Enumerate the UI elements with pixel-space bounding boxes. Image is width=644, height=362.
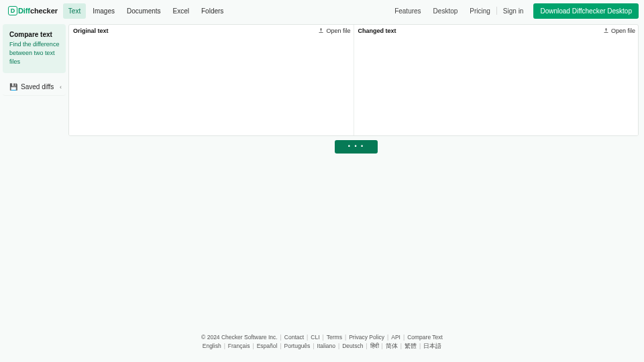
changed-open-file-button[interactable]: Open file [603, 27, 635, 34]
logo-text: Diffchecker [18, 7, 58, 15]
nav-tabs: Text Images Documents Excel Folders [63, 3, 229, 19]
logo-badge-icon: D [8, 6, 17, 15]
top-nav-right: Features Desktop Pricing Sign in Downloa… [388, 3, 639, 19]
changed-pane-title: Changed text [357, 27, 396, 34]
original-pane-title: Original text [72, 27, 109, 34]
footer-lang-zh-simplified[interactable]: 简体 [386, 342, 398, 351]
footer-link-cli[interactable]: CLI [311, 333, 319, 343]
download-desktop-button[interactable]: Download Diffchecker Desktop [533, 3, 639, 19]
original-pane [69, 36, 354, 135]
upload-icon [318, 27, 324, 34]
sidebar-compare-card[interactable]: Compare text Find the difference between… [3, 24, 66, 73]
chevron-left-icon: ‹ [60, 84, 62, 90]
link-pricing[interactable]: Pricing [464, 5, 496, 17]
footer-copyright: © 2024 Checker Software Inc. [201, 333, 278, 343]
footer-lang-hi[interactable]: हिंदी [370, 342, 379, 351]
tab-documents[interactable]: Documents [121, 3, 166, 19]
footer-link-compare-text[interactable]: Compare Text [407, 333, 443, 343]
footer: © 2024 Checker Software Inc. |Contact |C… [0, 333, 644, 351]
footer-lang-es[interactable]: Español [257, 342, 278, 351]
changed-text-input[interactable] [354, 36, 639, 135]
footer-lang-zh-traditional[interactable]: 繁體 [405, 342, 417, 351]
workspace: Original text Open file Changed text Ope… [68, 21, 644, 154]
loading-dots-icon: • • • [348, 143, 364, 149]
tab-excel[interactable]: Excel [168, 3, 195, 19]
footer-lang-en[interactable]: English [203, 342, 221, 351]
footer-lang-pt[interactable]: Português [284, 342, 311, 351]
sidebar: Compare text Find the difference between… [0, 21, 68, 154]
link-signin[interactable]: Sign in [497, 5, 530, 17]
footer-lang-fr[interactable]: Français [228, 342, 250, 351]
original-pane-header: Original text Open file [69, 25, 354, 36]
footer-lang-it[interactable]: Italiano [317, 342, 335, 351]
upload-icon [603, 27, 609, 34]
original-open-file-label: Open file [326, 27, 350, 34]
sidebar-saved-label: Saved diffs [21, 83, 54, 90]
tab-text[interactable]: Text [63, 3, 86, 19]
footer-lang-ja[interactable]: 日本語 [423, 342, 441, 351]
footer-link-api[interactable]: API [391, 333, 400, 343]
footer-link-contact[interactable]: Contact [284, 333, 304, 343]
tab-folders[interactable]: Folders [196, 3, 229, 19]
footer-link-terms[interactable]: Terms [327, 333, 342, 343]
changed-pane [354, 36, 639, 135]
floppy-icon: 💾 [9, 83, 17, 90]
diff-panes: Original text Open file Changed text Ope… [68, 24, 639, 136]
sidebar-card-title: Compare text [9, 31, 60, 38]
sidebar-card-desc: Find the difference between two text fil… [9, 40, 60, 66]
find-difference-button[interactable]: • • • [335, 140, 378, 154]
footer-link-privacy[interactable]: Privacy Policy [349, 333, 384, 343]
sidebar-saved-diffs[interactable]: 💾 Saved diffs ‹ [3, 78, 66, 96]
changed-pane-header: Changed text Open file [354, 25, 639, 36]
logo[interactable]: D Diffchecker [5, 6, 60, 15]
original-text-input[interactable] [69, 36, 354, 135]
top-nav: D Diffchecker Text Images Documents Exce… [0, 0, 644, 21]
changed-open-file-label: Open file [611, 27, 635, 34]
tab-images[interactable]: Images [87, 3, 120, 19]
link-features[interactable]: Features [388, 5, 427, 17]
footer-lang-de[interactable]: Deutsch [342, 342, 363, 351]
link-desktop[interactable]: Desktop [427, 5, 464, 17]
original-open-file-button[interactable]: Open file [318, 27, 350, 34]
